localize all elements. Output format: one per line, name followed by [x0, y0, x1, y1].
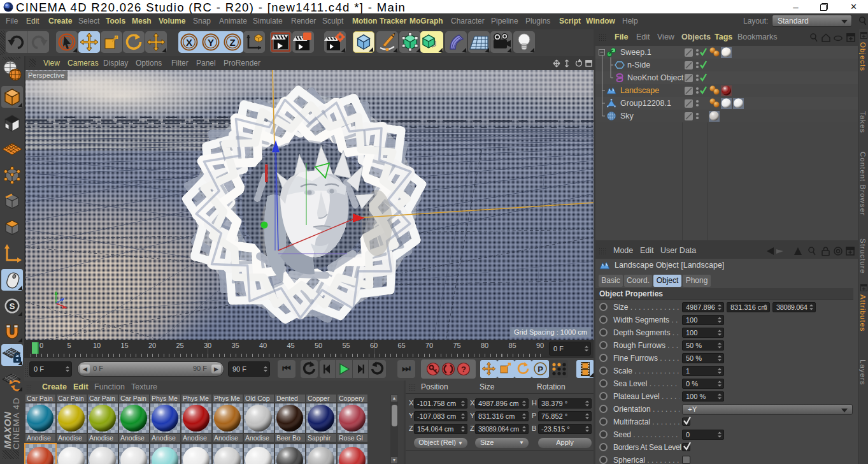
svg-text:S: S: [10, 301, 15, 311]
svg-text:Z: Z: [229, 37, 235, 48]
svg-text:P: P: [537, 365, 543, 374]
svg-text:?: ?: [461, 365, 466, 374]
svg-text:Y: Y: [208, 37, 214, 48]
svg-text:X: X: [186, 37, 192, 48]
